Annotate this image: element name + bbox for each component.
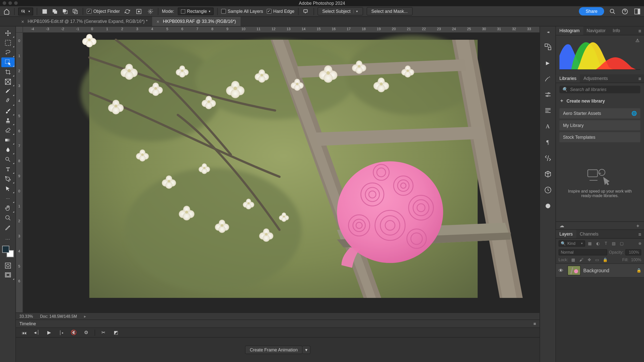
filter-type-icon[interactable]: T [603,240,609,247]
character-panel-icon[interactable]: A [543,121,553,131]
comments-panel-icon[interactable] [543,201,553,211]
expand-panels-icon[interactable]: ◂◂ [547,30,549,34]
select-and-mask-button[interactable]: Select and Mask... [367,7,413,15]
object-finder-checkbox[interactable]: Object Finder [87,9,120,14]
3d-panel-icon[interactable] [543,169,553,179]
eraser-tool[interactable] [1,125,14,135]
filter-toggle[interactable] [639,242,641,245]
intersect-selection-icon[interactable] [71,7,79,15]
create-frame-animation-button[interactable]: Create Frame Animation [245,346,303,354]
gradient-tool[interactable] [1,135,14,145]
library-item[interactable]: My Library [559,120,640,130]
quick-mask-toggle[interactable] [1,261,14,270]
tab-info[interactable]: Info [609,26,623,35]
histogram-warning-icon[interactable]: ⚠ [635,38,639,43]
glyphs-panel-icon[interactable]: ¶ [543,138,553,147]
tab-layers[interactable]: Layers [556,230,576,238]
marquee-tool[interactable] [1,38,14,48]
sample-all-layers-checkbox[interactable]: Sample All Layers [221,9,263,14]
first-frame-icon[interactable]: ⏮ [20,329,28,337]
show-overlay-icon[interactable] [135,7,143,15]
lock-transparency-icon[interactable]: ▩ [571,257,576,262]
timeline-settings-icon[interactable]: ⚙ [82,329,90,337]
lock-all-icon[interactable]: 🔒 [602,257,608,262]
close-icon[interactable]: × [156,19,159,24]
tab-channels[interactable]: Channels [576,230,602,238]
healing-brush-tool[interactable] [1,96,14,106]
feedback-icon[interactable] [302,7,310,15]
prev-frame-icon[interactable]: ◂⏐ [33,329,41,337]
shape-tool[interactable]: ⋯ [1,194,14,203]
select-subject-button[interactable]: Select Subject▾ [317,7,363,15]
tab-adjustments[interactable]: Adjustments [580,74,611,82]
eyedropper-tool[interactable] [1,87,14,97]
tab-histogram[interactable]: Histogram [556,26,583,35]
adjustments-panel-icon[interactable] [543,90,553,100]
mute-icon[interactable]: 🔇 [70,329,78,337]
visibility-icon[interactable]: 👁 [558,268,565,273]
color-swatches[interactable] [2,246,14,257]
tab-document-2[interactable]: ×HKPB0093.RAF @ 33.3% (RGB/16*) [152,17,240,26]
crop-tool[interactable] [1,67,14,77]
home-icon[interactable] [3,7,11,15]
blur-tool[interactable] [1,145,14,155]
split-clip-icon[interactable]: ✂ [100,329,108,337]
mode-dropdown[interactable]: Rectangle▾ [178,8,213,15]
help-icon[interactable] [621,7,629,15]
lock-artboard-icon[interactable]: ▭ [595,257,600,262]
screen-mode-toggle[interactable] [1,270,14,280]
filter-shape-icon[interactable]: ▧ [611,240,617,247]
filter-adjustment-icon[interactable]: ◐ [595,240,601,247]
cloud-sync-icon[interactable]: ☁ [559,223,564,229]
stamp-tool[interactable] [1,116,14,126]
history-panel-icon[interactable] [543,185,553,195]
vertical-ruler[interactable]: 01234567890123456 [16,33,23,312]
dodge-tool[interactable] [1,155,14,164]
tool-preset-dropdown[interactable]: ▾ [18,7,33,15]
brush-tool[interactable] [1,106,14,116]
window-controls[interactable] [3,1,18,5]
add-content-icon[interactable]: ＋ [635,222,640,229]
tab-document-1[interactable]: ×HKPB1095-Edit.tif @ 17.7% (Generative E… [17,17,152,26]
status-expand[interactable]: ▸ [84,314,86,319]
brush-settings-panel-icon[interactable] [543,74,553,84]
library-item[interactable]: Aero Starter Assets🌐 [559,108,640,118]
libraries-search[interactable]: 🔍 Search all libraries [559,86,640,93]
library-item[interactable]: Stock Templates [559,132,640,142]
create-library-button[interactable]: ＋Create new library [559,98,640,104]
lock-position-icon[interactable]: ✥ [587,257,592,262]
hand-tool[interactable] [1,203,14,213]
lock-icon[interactable]: 🔒 [636,268,641,273]
zoom-tool[interactable] [1,213,14,223]
hard-edge-checkbox[interactable]: Hard Edge [267,9,294,14]
layer-filter-kind-dropdown[interactable]: 🔍 Kind ▾ [558,240,585,247]
blend-mode-dropdown[interactable]: Normal [558,249,607,256]
edit-toolbar[interactable]: ⋯ [1,234,14,244]
tab-libraries[interactable]: Libraries [556,74,580,82]
layer-name[interactable]: Background [583,268,609,273]
tab-navigator[interactable]: Navigator [583,26,609,35]
panel-menu-icon[interactable]: ≡ [636,26,644,35]
color-panel-icon[interactable] [543,42,553,52]
layer-thumbnail[interactable] [568,266,581,276]
frame-tool[interactable] [1,77,14,87]
properties-panel-icon[interactable] [543,153,553,163]
ruler-origin[interactable] [16,26,23,33]
horizontal-ruler[interactable]: -4-3-2-101234567891011121314151617181920… [23,26,539,33]
lasso-tool[interactable] [1,48,14,58]
subtract-selection-icon[interactable] [61,7,69,15]
new-selection-icon[interactable] [41,7,49,15]
filter-image-icon[interactable]: ▦ [587,240,593,247]
pen-tool[interactable] [1,174,14,184]
add-selection-icon[interactable] [51,7,59,15]
search-icon[interactable] [609,7,617,15]
type-tool[interactable] [1,164,14,174]
share-button[interactable]: Share [579,7,604,15]
create-timeline-dropdown[interactable]: ▾ [303,346,311,354]
close-icon[interactable]: × [21,19,24,24]
path-selection-tool[interactable] [1,184,14,194]
next-frame-icon[interactable]: ⏐▸ [58,329,66,337]
panel-menu-icon[interactable]: ≡ [533,321,536,326]
move-tool[interactable] [1,28,14,38]
edit-brush-tool[interactable] [1,223,14,233]
